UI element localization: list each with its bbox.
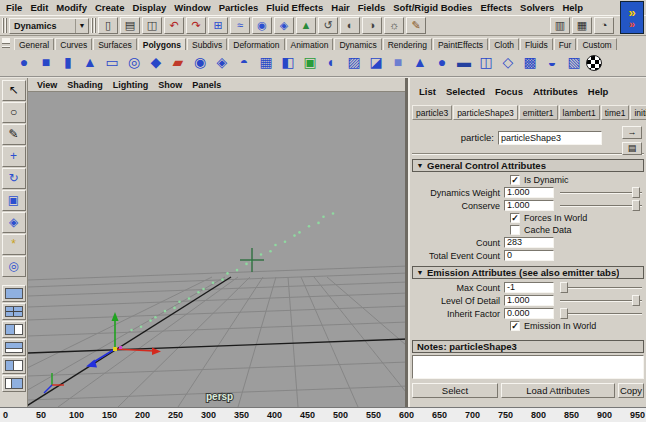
rotate-tool-icon[interactable]: ↻ bbox=[2, 168, 26, 189]
ae-menu-list[interactable]: List bbox=[414, 86, 441, 97]
shelf-tab-deformation[interactable]: Deformation bbox=[228, 38, 284, 50]
menu-set-selector[interactable]: Dynamics ▼ bbox=[9, 18, 89, 34]
shelf-tool-icon[interactable]: ▧ bbox=[564, 51, 584, 75]
snap-point-icon[interactable]: ◉ bbox=[252, 17, 272, 34]
menu-fields[interactable]: Fields bbox=[354, 2, 389, 13]
shelf-tab-fur[interactable]: Fur bbox=[554, 38, 577, 50]
snap-curve-icon[interactable]: ≈ bbox=[230, 17, 250, 34]
poly-helix-icon[interactable]: ◈ bbox=[212, 51, 232, 75]
tab-lambert1[interactable]: lambert1 bbox=[559, 105, 600, 120]
max-count-slider[interactable] bbox=[560, 282, 642, 293]
emission-in-world-checkbox[interactable]: ✓ bbox=[510, 321, 520, 331]
menu-solvers[interactable]: Solvers bbox=[516, 2, 558, 13]
shelf-tab-cloth[interactable]: Cloth bbox=[489, 38, 519, 50]
grid-icon[interactable]: ▦ bbox=[572, 17, 592, 34]
menu-edit[interactable]: Edit bbox=[26, 2, 52, 13]
presets-icon[interactable]: ▤ bbox=[622, 142, 642, 155]
fast-forward-icon[interactable]: » » bbox=[620, 1, 644, 34]
ae-menu-selected[interactable]: Selected bbox=[441, 86, 490, 97]
poly-platonic-icon[interactable]: ▦ bbox=[256, 51, 276, 75]
ae-menu-attributes[interactable]: Attributes bbox=[528, 86, 583, 97]
conserve-slider[interactable] bbox=[560, 200, 642, 211]
select-tool-icon[interactable]: ↖ bbox=[2, 80, 26, 101]
level-of-detail-slider[interactable] bbox=[560, 295, 642, 306]
scale-tool-icon[interactable]: ▣ bbox=[2, 190, 26, 211]
open-scene-icon[interactable]: ▤ bbox=[120, 17, 140, 34]
shelf-tool-icon[interactable]: ▨ bbox=[344, 51, 364, 75]
new-scene-icon[interactable]: ▯ bbox=[98, 17, 118, 34]
render-frame-icon[interactable]: ◐ bbox=[340, 17, 360, 34]
shelf-tab-painteffects[interactable]: PaintEffects bbox=[433, 38, 488, 50]
poly-plane-icon[interactable]: ▭ bbox=[102, 51, 122, 75]
shelf-tool-icon[interactable]: ◐ bbox=[322, 51, 342, 75]
select-button[interactable]: Select bbox=[412, 383, 498, 398]
poly-pipe-icon[interactable]: ◉ bbox=[190, 51, 210, 75]
ae-menu-focus[interactable]: Focus bbox=[490, 86, 528, 97]
forces-in-world-checkbox[interactable]: ✓ bbox=[510, 213, 520, 223]
universal-manipulator-icon[interactable]: ◈ bbox=[2, 212, 26, 233]
shelf-tab-fluids[interactable]: Fluids bbox=[520, 38, 553, 50]
poly-prism-icon[interactable]: ◆ bbox=[146, 51, 166, 75]
layout-two-side-icon[interactable] bbox=[2, 321, 26, 338]
menu-window[interactable]: Window bbox=[170, 2, 214, 13]
menu-effects[interactable]: Effects bbox=[476, 2, 516, 13]
shelf-tool-icon[interactable]: ◇ bbox=[498, 51, 518, 75]
shelf-tool-icon[interactable]: ◪ bbox=[366, 51, 386, 75]
section-general-control-attributes[interactable]: ▼ General Control Attributes bbox=[412, 159, 644, 172]
is-dynamic-checkbox[interactable]: ✓ bbox=[510, 175, 520, 185]
render-globals-icon[interactable]: ☼ bbox=[384, 17, 404, 34]
menu-help[interactable]: Help bbox=[558, 2, 587, 13]
make-live-icon[interactable]: ▲ bbox=[296, 17, 316, 34]
shelf-tab-general[interactable]: General bbox=[14, 38, 54, 50]
menu-create[interactable]: Create bbox=[91, 2, 129, 13]
inherit-factor-slider[interactable] bbox=[560, 308, 642, 319]
checker-sphere-icon[interactable] bbox=[586, 55, 602, 71]
menu-hair[interactable]: Hair bbox=[327, 2, 353, 13]
viewport-menu-view[interactable]: View bbox=[32, 80, 62, 90]
panel-icon[interactable]: ▥ bbox=[550, 17, 570, 34]
dynamics-weight-slider[interactable] bbox=[560, 187, 642, 198]
menu-modify[interactable]: Modify bbox=[52, 2, 91, 13]
shelf-tab-custom[interactable]: Custom bbox=[577, 38, 616, 50]
last-tool-icon[interactable]: ◎ bbox=[2, 256, 26, 277]
poly-torus-icon[interactable]: ◎ bbox=[124, 51, 144, 75]
dynamics-weight-field[interactable]: 1.000 bbox=[504, 187, 554, 198]
copy-button[interactable]: Copy bbox=[618, 383, 644, 398]
timer-icon[interactable]: ◔ bbox=[594, 17, 614, 34]
notes-header[interactable]: Notes: particleShape3 bbox=[412, 340, 644, 353]
tab-emitter1[interactable]: emitter1 bbox=[519, 105, 558, 120]
layout-single-pane-icon[interactable] bbox=[2, 285, 26, 302]
shelf-tab-curves[interactable]: Curves bbox=[55, 38, 92, 50]
save-scene-icon[interactable]: ◫ bbox=[142, 17, 162, 34]
shelf-tool-icon[interactable]: ▩ bbox=[520, 51, 540, 75]
max-count-field[interactable]: -1 bbox=[504, 282, 554, 293]
toolbar-grip[interactable] bbox=[91, 18, 96, 33]
snap-grid-icon[interactable]: ⊞ bbox=[208, 17, 228, 34]
snap-plane-icon[interactable]: ◈ bbox=[274, 17, 294, 34]
shelf-tab-subdivs[interactable]: Subdivs bbox=[187, 38, 227, 50]
menu-file[interactable]: File bbox=[2, 2, 26, 13]
tab-initialparticle[interactable]: initialParticleS bbox=[630, 105, 646, 120]
shelf-tab-polygons[interactable]: Polygons bbox=[138, 38, 186, 50]
shelf-tool-icon[interactable]: ■ bbox=[388, 51, 408, 75]
cache-data-checkbox[interactable] bbox=[510, 225, 520, 235]
paint-select-tool-icon[interactable]: ✎ bbox=[2, 124, 26, 145]
layout-two-stacked-icon[interactable] bbox=[2, 339, 26, 356]
move-tool-icon[interactable]: + bbox=[2, 146, 26, 167]
tab-time1[interactable]: time1 bbox=[601, 105, 630, 120]
poly-cone-icon[interactable]: ▲ bbox=[80, 51, 100, 75]
menu-fluid-effects[interactable]: Fluid Effects bbox=[262, 2, 327, 13]
shelf-tool-icon[interactable]: ◫ bbox=[476, 51, 496, 75]
particle-node-field[interactable]: particleShape3 bbox=[498, 131, 602, 145]
time-slider[interactable]: 0 50 100 150 200 250 300 350 400 450 500… bbox=[0, 407, 646, 422]
slider-handle[interactable] bbox=[632, 295, 640, 306]
poly-cube-icon[interactable]: ■ bbox=[36, 51, 56, 75]
viewport-menu-lighting[interactable]: Lighting bbox=[108, 80, 154, 90]
conserve-field[interactable]: 1.000 bbox=[504, 200, 554, 211]
slider-handle[interactable] bbox=[560, 308, 568, 319]
ae-menu-help[interactable]: Help bbox=[583, 86, 614, 97]
menu-soft-rigid-bodies[interactable]: Soft/Rigid Bodies bbox=[389, 2, 476, 13]
inherit-factor-field[interactable]: 0.000 bbox=[504, 308, 554, 319]
poly-pyramid-icon[interactable]: ▰ bbox=[168, 51, 188, 75]
ipr-render-icon[interactable]: ◑ bbox=[362, 17, 382, 34]
